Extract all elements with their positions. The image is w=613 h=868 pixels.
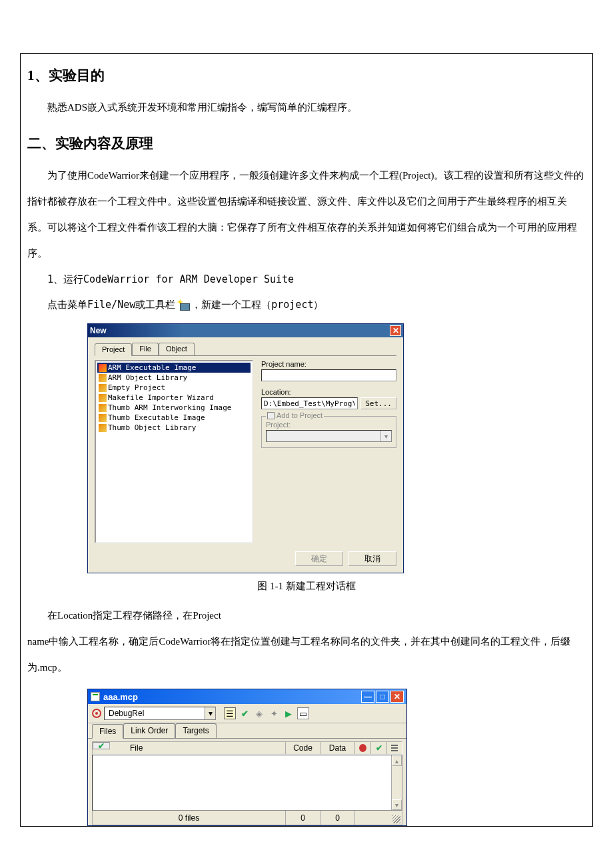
location-label: Location: <box>261 388 396 396</box>
list-item[interactable]: Thumb Object Library <box>97 423 251 433</box>
status-code-size: 0 <box>286 811 320 825</box>
list-item[interactable]: Thumb Executable Image <box>97 413 251 423</box>
tab-file[interactable]: File <box>132 343 159 355</box>
resize-grip-icon[interactable] <box>392 815 400 823</box>
tab-object[interactable]: Object <box>159 343 195 355</box>
project-name-label: Project name: <box>261 360 396 368</box>
close-icon[interactable]: ✕ <box>390 691 404 703</box>
list-item[interactable]: Makefile Importer Wizard <box>97 393 251 403</box>
new-dialog: New ✕ Project File Object ARM Executable… <box>87 323 404 573</box>
project-name-input[interactable] <box>261 369 396 381</box>
project-window: aaa.mcp — □ ✕ DebugRel ▾ ☰ ✔ ◈ ✦ ▶ <box>87 689 407 826</box>
header-code[interactable]: Code <box>286 742 320 754</box>
template-icon <box>99 384 107 392</box>
template-icon <box>99 374 107 382</box>
list-item[interactable]: ARM Executable Image <box>97 363 251 373</box>
dialog-tabs: Project File Object <box>95 343 396 356</box>
status-end <box>355 811 402 825</box>
target-select[interactable]: DebugRel ▾ <box>104 707 216 720</box>
list-item-label: ARM Executable Image <box>108 363 196 372</box>
menu-icon <box>391 745 398 751</box>
dialog-titlebar[interactable]: New ✕ <box>88 324 403 337</box>
set-button[interactable]: Set... <box>360 397 396 409</box>
tab-panel-project: ARM Executable Image ARM Object Library … <box>95 356 396 543</box>
project-window-title: aaa.mcp <box>103 692 138 702</box>
scroll-down-icon[interactable]: ▾ <box>392 799 402 810</box>
bug-icon <box>359 744 366 752</box>
scroll-up-icon[interactable]: ▴ <box>392 755 402 766</box>
status-bar: 0 files 0 0 <box>92 811 402 825</box>
file-list[interactable]: ▴ ▾ <box>92 755 402 811</box>
project-toolbar: DebugRel ▾ ☰ ✔ ◈ ✦ ▶ ▭ <box>88 704 406 723</box>
purpose-text: 熟悉ADS嵌入式系统开发环境和常用汇编指令，编写简单的汇编程序。 <box>27 95 586 121</box>
status-data-size: 0 <box>320 811 355 825</box>
list-item-label: Makefile Importer Wizard <box>108 393 214 402</box>
build-icon[interactable]: ◈ <box>253 707 265 719</box>
dialog-body: Project File Object ARM Executable Image… <box>88 337 403 573</box>
template-icon <box>99 364 107 372</box>
list-item-label: Thumb Object Library <box>108 423 196 432</box>
project-body: DebugRel ▾ ☰ ✔ ◈ ✦ ▶ ▭ Files Link Order … <box>88 704 406 825</box>
project-select-label: Project: <box>266 421 392 429</box>
project-inspector-icon[interactable]: ▭ <box>297 707 309 719</box>
list-item[interactable]: Thumb ARM Interworking Image <box>97 403 251 413</box>
add-to-project-title: Add to Project <box>266 411 324 419</box>
list-item-label: Thumb ARM Interworking Image <box>108 403 231 412</box>
chevron-down-icon: ▾ <box>380 431 391 441</box>
step1-instruction: 点击菜单File/New或工具栏 ，新建一个工程（project） <box>47 293 586 317</box>
add-to-project-group: Add to Project Project: ▾ <box>261 416 396 448</box>
make-icon[interactable]: ✦ <box>268 707 280 719</box>
project-file-icon <box>91 692 100 701</box>
dialog-button-row: 确定 取消 <box>95 551 396 566</box>
ok-button[interactable]: 确定 <box>295 551 343 566</box>
tab-project[interactable]: Project <box>95 343 132 356</box>
template-listbox[interactable]: ARM Executable Image ARM Object Library … <box>95 360 253 543</box>
status-file-count: 0 files <box>93 811 286 825</box>
template-icon <box>99 424 107 432</box>
template-icon <box>99 414 107 422</box>
heading-content: 二、实验内容及原理 <box>27 134 586 153</box>
project-select-combo: ▾ <box>266 430 392 442</box>
location-input[interactable] <box>261 397 358 409</box>
step1-text-a: 点击菜单File/New或工具栏 <box>47 293 175 317</box>
dialog-right-column: Project name: Location: Set... Add to Pr… <box>261 360 396 543</box>
settings-icon[interactable]: ☰ <box>224 707 236 719</box>
header-data[interactable]: Data <box>320 742 355 754</box>
tab-targets[interactable]: Targets <box>175 723 216 738</box>
tab-link-order[interactable]: Link Order <box>123 723 175 738</box>
run-icon[interactable]: ▶ <box>283 707 295 719</box>
file-list-header: ✔ File Code Data ✔ <box>92 741 402 755</box>
header-file[interactable]: File <box>110 742 286 754</box>
list-item-label: Empty Project <box>108 383 165 392</box>
list-item[interactable]: ARM Object Library <box>97 373 251 383</box>
header-menu[interactable] <box>387 742 402 754</box>
step1-text-b: ，新建一个工程（project） <box>191 293 323 317</box>
template-icon <box>99 404 107 412</box>
subheading-step1: 1、运行CodeWarrior for ARM Developer Suite <box>47 273 586 286</box>
scrollbar[interactable]: ▴ ▾ <box>391 755 402 810</box>
check-syntax-icon[interactable]: ✔ <box>239 707 251 719</box>
header-debug[interactable] <box>355 742 371 754</box>
project-titlebar[interactable]: aaa.mcp — □ ✕ <box>88 689 406 704</box>
header-touch[interactable]: ✔ <box>371 742 387 754</box>
chevron-down-icon[interactable]: ▾ <box>205 707 215 719</box>
add-to-project-checkbox <box>267 412 275 419</box>
touch-icon: ✔ <box>376 743 382 753</box>
tab-files[interactable]: Files <box>92 724 123 739</box>
project-tabs: Files Link Order Targets <box>88 723 406 739</box>
add-to-project-label: Add to Project <box>277 411 322 419</box>
close-icon[interactable]: ✕ <box>390 325 401 336</box>
cancel-button[interactable]: 取消 <box>348 551 396 566</box>
minimize-icon[interactable]: — <box>361 691 374 703</box>
location-instruction-b: name中输入工程名称，确定后CodeWarrior将在指定位置创建与工程名称同… <box>27 629 586 681</box>
figure-caption-1-1: 图 1-1 新建工程对话框 <box>27 580 586 593</box>
document-page: 1、实验目的 熟悉ADS嵌入式系统开发环境和常用汇编指令，编写简单的汇编程序。 … <box>20 53 593 827</box>
heading-purpose: 1、实验目的 <box>27 66 586 85</box>
target-selected-value: DebugRel <box>109 709 144 718</box>
target-icon <box>92 709 101 718</box>
maximize-icon[interactable]: □ <box>376 691 389 703</box>
content-text: 为了使用CodeWarrior来创建一个应用程序，一般须创建许多文件来构成一个工… <box>27 163 586 267</box>
list-item[interactable]: Empty Project <box>97 383 251 393</box>
header-checkmark[interactable]: ✔ <box>93 742 110 749</box>
template-icon <box>99 394 107 402</box>
